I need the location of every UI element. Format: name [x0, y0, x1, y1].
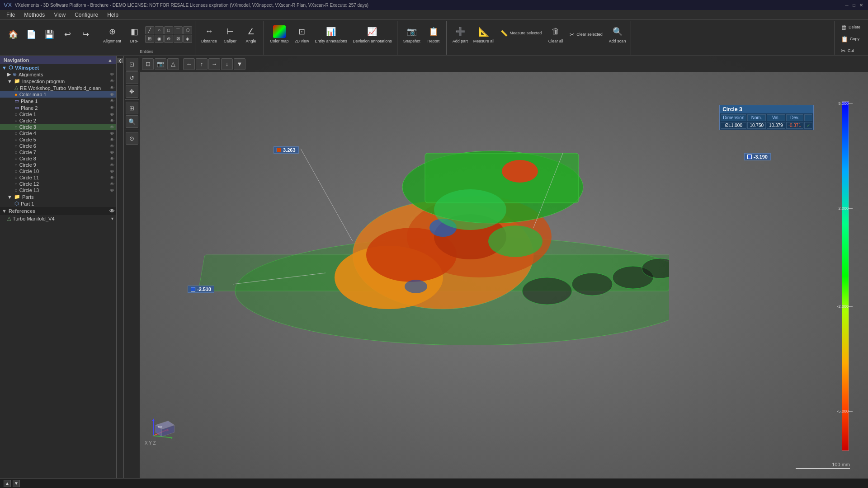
entity-ann-button[interactable]: 📊 Entity annotations [313, 22, 350, 47]
tree-plane1[interactable]: ▭ Plane 1 👁 [0, 98, 116, 104]
vp-camera-btn[interactable]: 📷 [155, 58, 166, 70]
tree-circle2[interactable]: ○ Circle 2 👁 [0, 117, 116, 124]
circle2-eye-icon[interactable]: 👁 [110, 118, 114, 123]
shape-rect[interactable]: □ [164, 26, 173, 34]
alignments-eye-icon[interactable]: 👁 [110, 72, 114, 77]
shape-3d3[interactable]: ⊠ [174, 35, 183, 43]
tree-re-workshop[interactable]: △ RE Workshop_Turbo Manifold_clean 👁 [0, 84, 116, 91]
clear-all-button[interactable]: 🗑 Clear all [546, 22, 566, 47]
circle7-eye-icon[interactable]: 👁 [110, 150, 114, 155]
clear-selected-button[interactable]: ✂ Clear selected [566, 29, 606, 40]
circle12-eye-icon[interactable]: 👁 [110, 182, 114, 187]
tree-circle13[interactable]: ○ Circle 13 👁 [0, 187, 116, 193]
shape-grid[interactable]: ⊞ [145, 35, 154, 43]
circle9-eye-icon[interactable]: 👁 [110, 163, 114, 168]
viewport[interactable]: ⊡ 📷 △ ← ↑ → ↓ ▼ [140, 56, 868, 478]
colormap-button[interactable]: Color map [268, 22, 291, 47]
vp-select-btn[interactable]: ⊡ [142, 58, 154, 70]
nav-zoom-btn[interactable]: 🔍 [126, 115, 138, 128]
tree-root-vxinspect[interactable]: ▼ ⬡ VXinspect [0, 64, 116, 71]
vp-dropdown-btn[interactable]: ▼ [234, 58, 245, 70]
save-button[interactable]: 💾 [41, 22, 58, 47]
circle5-eye-icon[interactable]: 👁 [110, 137, 114, 142]
references-eye-icon[interactable]: 👁 [109, 208, 114, 214]
undo-button[interactable]: ↩ [59, 22, 76, 47]
nav-rotate-btn[interactable]: ↺ [126, 71, 138, 84]
menu-view[interactable]: View [49, 11, 70, 19]
circle3-eye-icon[interactable]: 👁 [110, 125, 114, 130]
tree-inspection-program[interactable]: ▼ 📁 Inspection program 👁 [0, 78, 116, 84]
tree-circle6[interactable]: ○ Circle 6 👁 [0, 143, 116, 149]
measure-all-button[interactable]: 📐 Measure all [471, 22, 497, 47]
vp-right-btn[interactable]: → [208, 58, 220, 70]
nav-fit-btn[interactable]: ⊞ [126, 102, 138, 114]
menu-methods[interactable]: Methods [19, 11, 49, 19]
angle-button[interactable]: ∠ Angle [241, 22, 261, 47]
tree-circle3[interactable]: ○ Circle 3 👁 [0, 124, 116, 130]
shape-line[interactable]: ╱ [145, 26, 154, 34]
tree-turbo-manifold[interactable]: △ Turbo Manifold_V4 ▼ [0, 215, 116, 222]
vp-light-btn[interactable]: △ [167, 58, 179, 70]
shape-arc[interactable]: ⌒ [174, 26, 183, 34]
nav-view-btn[interactable]: ⊙ [126, 132, 138, 145]
tree-parts[interactable]: ▼ 📁 Parts [0, 193, 116, 200]
circle1-eye-icon[interactable]: 👁 [110, 112, 114, 117]
circle6-eye-icon[interactable]: 👁 [110, 144, 114, 149]
close-button[interactable]: ✕ [858, 2, 864, 8]
drf-button[interactable]: ◧ DRF [124, 22, 144, 47]
add-part-button[interactable]: ➕ Add part [450, 22, 470, 47]
shape-circle[interactable]: ○ [155, 26, 164, 34]
tree-circle10[interactable]: ○ Circle 10 👁 [0, 168, 116, 174]
nav-move-btn[interactable]: ✥ [126, 85, 138, 98]
tree-part1[interactable]: ⬡ Part 1 [0, 200, 116, 207]
minimize-button[interactable]: ─ [844, 2, 850, 8]
nav-select-btn[interactable]: ⊡ [126, 58, 138, 70]
menu-configure[interactable]: Configure [70, 11, 103, 19]
vp-left-btn[interactable]: ← [183, 58, 195, 70]
nav-cube[interactable]: TOP [147, 410, 181, 444]
menu-file[interactable]: File [2, 11, 19, 19]
tree-alignments[interactable]: ▶ ⊕ Alignments 👁 [0, 71, 116, 78]
colormap1-eye-icon[interactable]: 👁 [110, 92, 114, 97]
2dview-button[interactable]: ⊡ 2D view [292, 22, 312, 47]
distance-button[interactable]: ↔ Distance [199, 22, 219, 47]
copy-button[interactable]: 📋 Copy [838, 33, 863, 44]
plane1-eye-icon[interactable]: 👁 [110, 99, 114, 103]
measure-selected-button[interactable]: 📏 Measure selected [497, 28, 545, 38]
plane2-eye-icon[interactable]: 👁 [110, 105, 114, 110]
maximize-button[interactable]: □ [851, 2, 857, 8]
vp-up-btn[interactable]: ↑ [196, 58, 208, 70]
circle8-eye-icon[interactable]: 👁 [110, 156, 114, 161]
tree-circle4[interactable]: ○ Circle 4 👁 [0, 130, 116, 136]
tree-plane2[interactable]: ▭ Plane 2 👁 [0, 104, 116, 111]
lower-collapse-btn[interactable]: ▼ [13, 480, 20, 487]
shape-3d4[interactable]: ◈ [183, 35, 192, 43]
tree-circle8[interactable]: ○ Circle 8 👁 [0, 155, 116, 162]
circle13-eye-icon[interactable]: 👁 [110, 188, 114, 193]
tree-colormap1[interactable]: ● Color map 1 👁 [0, 91, 116, 98]
redo-button[interactable]: ↪ [77, 22, 94, 47]
tree-circle12[interactable]: ○ Circle 12 👁 [0, 181, 116, 187]
report-button[interactable]: 📋 Report [424, 22, 443, 47]
panel-collapse-arrow[interactable]: ▲ [108, 57, 113, 63]
home-button[interactable]: 🏠 [5, 22, 22, 47]
tree-circle1[interactable]: ○ Circle 1 👁 [0, 111, 116, 117]
circle4-eye-icon[interactable]: 👁 [110, 131, 114, 136]
delete-button[interactable]: 🗑 Delete [838, 22, 863, 33]
menu-help[interactable]: Help [103, 11, 123, 19]
tree-circle9[interactable]: ○ Circle 9 👁 [0, 162, 116, 168]
tree-circle11[interactable]: ○ Circle 11 👁 [0, 174, 116, 181]
shape-3d1[interactable]: ◉ [155, 35, 164, 43]
new-button[interactable]: 📄 [23, 22, 40, 47]
panel-collapse-button[interactable]: ❮ [118, 58, 123, 63]
alignment-button[interactable]: ⊕ Alignment [101, 22, 123, 47]
dev-ann-button[interactable]: 📈 Deviation annotations [350, 22, 394, 47]
titlebar-controls[interactable]: ─ □ ✕ [844, 2, 864, 8]
inspection-eye-icon[interactable]: 👁 [110, 79, 114, 84]
caliper-button[interactable]: ⊢ Caliper [220, 22, 240, 47]
cut-button[interactable]: ✂ Cut [838, 45, 863, 56]
circle10-eye-icon[interactable]: 👁 [110, 169, 114, 174]
tree-circle7[interactable]: ○ Circle 7 👁 [0, 149, 116, 155]
tree-circle5[interactable]: ○ Circle 5 👁 [0, 136, 116, 143]
vp-down-btn[interactable]: ↓ [221, 58, 233, 70]
